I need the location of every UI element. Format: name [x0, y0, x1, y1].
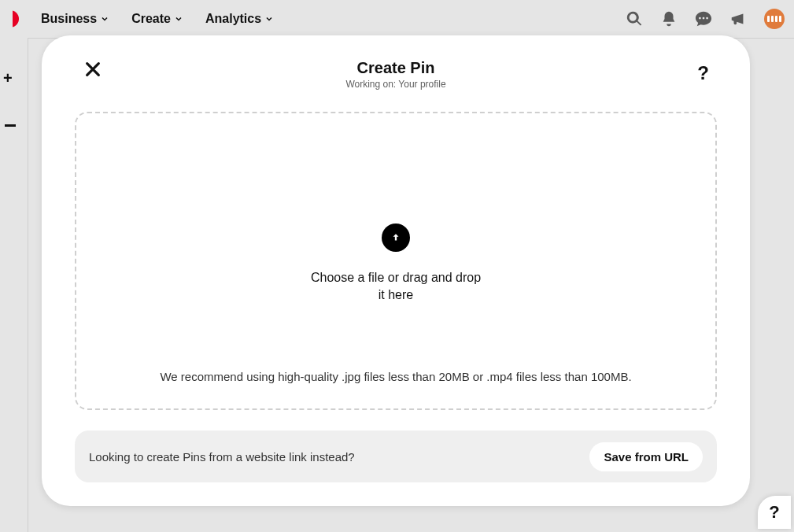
upload-arrow-icon	[390, 232, 401, 243]
create-pin-modal: ? Create Pin Working on: Your profile Ch…	[42, 35, 750, 506]
chevron-down-icon	[100, 14, 109, 24]
url-bar: Looking to create Pins from a website li…	[75, 430, 717, 482]
nav-analytics-label: Analytics	[205, 12, 261, 26]
avatar[interactable]	[764, 9, 785, 29]
modal-header: ? Create Pin Working on: Your profile	[75, 51, 717, 90]
search-icon[interactable]	[626, 10, 643, 28]
modal-title: Create Pin	[357, 59, 435, 77]
save-from-url-label: Save from URL	[604, 450, 689, 464]
dropzone-hint: We recommend using high-quality .jpg fil…	[76, 370, 715, 383]
add-icon[interactable]: +	[3, 69, 13, 87]
help-icon: ?	[769, 502, 779, 523]
help-icon: ?	[697, 62, 709, 83]
topbar-right	[626, 9, 785, 29]
save-from-url-button[interactable]: Save from URL	[589, 442, 703, 471]
chevron-down-icon	[264, 14, 274, 24]
upload-icon-circle	[382, 224, 410, 252]
upload-dropzone[interactable]: Choose a file or drag and drop it here W…	[75, 112, 717, 410]
nav-create-label: Create	[131, 12, 171, 26]
close-icon	[84, 61, 102, 78]
top-navbar: Business Create Analytics	[0, 0, 794, 38]
megaphone-icon[interactable]	[729, 10, 747, 28]
dropzone-center: Choose a file or drag and drop it here	[309, 224, 482, 305]
nav-business[interactable]: Business	[41, 12, 109, 26]
dropzone-prompt: Choose a file or drag and drop it here	[309, 269, 482, 305]
url-bar-text: Looking to create Pins from a website li…	[89, 450, 355, 464]
nav-business-label: Business	[41, 12, 97, 26]
close-button[interactable]	[84, 61, 102, 81]
bell-icon[interactable]	[660, 10, 678, 28]
chevron-down-icon	[174, 14, 183, 24]
avatar-bars-icon	[767, 16, 781, 22]
left-rail: +	[0, 38, 28, 532]
topbar-left: Business Create Analytics	[9, 10, 274, 28]
nav-create[interactable]: Create	[131, 12, 183, 26]
pinterest-logo[interactable]	[2, 10, 19, 28]
chat-icon[interactable]	[695, 10, 712, 28]
modal-subtitle: Working on: Your profile	[345, 79, 445, 90]
help-button[interactable]: ?	[697, 62, 709, 84]
line-icon	[5, 124, 16, 127]
nav-analytics[interactable]: Analytics	[205, 12, 274, 26]
floating-help-button[interactable]: ?	[758, 496, 791, 529]
